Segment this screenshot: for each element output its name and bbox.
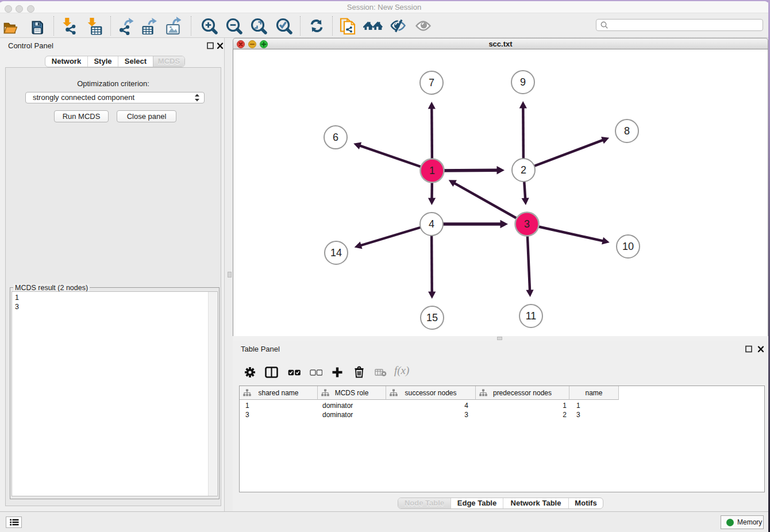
svg-text:15: 15	[426, 312, 438, 323]
svg-text:2: 2	[521, 164, 526, 176]
svg-text:11: 11	[526, 310, 537, 322]
svg-text:9: 9	[520, 76, 526, 88]
svg-text:3: 3	[524, 218, 530, 230]
svg-text:6: 6	[333, 132, 338, 143]
svg-text:14: 14	[330, 247, 342, 259]
svg-text:8: 8	[624, 125, 630, 137]
svg-text:7: 7	[429, 77, 434, 88]
svg-text:10: 10	[622, 241, 634, 252]
svg-text:1: 1	[429, 165, 435, 176]
svg-text:4: 4	[429, 218, 434, 230]
